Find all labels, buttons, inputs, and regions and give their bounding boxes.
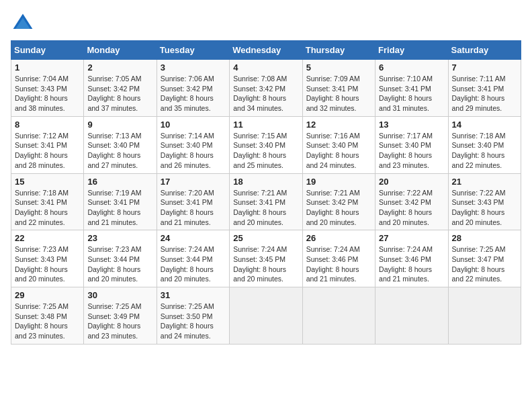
day-number: 29 xyxy=(15,290,80,300)
calendar-week-4: 22 Sunrise: 7:23 AM Sunset: 3:43 PM Dayl… xyxy=(11,230,521,287)
day-info: Sunrise: 7:25 AM Sunset: 3:48 PM Dayligh… xyxy=(15,302,69,340)
calendar-cell: 23 Sunrise: 7:23 AM Sunset: 3:44 PM Dayl… xyxy=(84,230,157,287)
calendar-cell: 4 Sunrise: 7:08 AM Sunset: 3:42 PM Dayli… xyxy=(230,60,302,117)
day-info: Sunrise: 7:08 AM Sunset: 3:42 PM Dayligh… xyxy=(233,75,287,112)
calendar-cell: 10 Sunrise: 7:14 AM Sunset: 3:40 PM Dayl… xyxy=(157,116,229,173)
calendar-cell: 18 Sunrise: 7:21 AM Sunset: 3:41 PM Dayl… xyxy=(230,173,302,230)
day-info: Sunrise: 7:13 AM Sunset: 3:40 PM Dayligh… xyxy=(87,132,141,169)
calendar-cell: 19 Sunrise: 7:21 AM Sunset: 3:42 PM Dayl… xyxy=(302,173,375,230)
day-info: Sunrise: 7:22 AM Sunset: 3:43 PM Dayligh… xyxy=(452,189,506,226)
calendar-cell: 29 Sunrise: 7:25 AM Sunset: 3:48 PM Dayl… xyxy=(11,287,84,345)
calendar-cell: 11 Sunrise: 7:15 AM Sunset: 3:40 PM Dayl… xyxy=(230,116,302,173)
logo-icon xyxy=(11,11,35,35)
day-number: 28 xyxy=(452,233,517,243)
calendar-cell: 30 Sunrise: 7:25 AM Sunset: 3:49 PM Dayl… xyxy=(84,287,157,345)
calendar-cell: 16 Sunrise: 7:19 AM Sunset: 3:41 PM Dayl… xyxy=(84,173,157,230)
calendar-header: SundayMondayTuesdayWednesdayThursdayFrid… xyxy=(11,41,521,60)
day-number: 3 xyxy=(161,62,226,73)
calendar-table: SundayMondayTuesdayWednesdayThursdayFrid… xyxy=(11,40,521,345)
calendar-cell: 8 Sunrise: 7:12 AM Sunset: 3:41 PM Dayli… xyxy=(11,116,84,173)
calendar-cell xyxy=(302,287,375,345)
day-number: 21 xyxy=(452,177,517,187)
weekday-header-saturday: Saturday xyxy=(448,41,521,60)
day-info: Sunrise: 7:12 AM Sunset: 3:41 PM Dayligh… xyxy=(15,132,69,169)
weekday-header-thursday: Thursday xyxy=(302,41,375,60)
day-info: Sunrise: 7:24 AM Sunset: 3:46 PM Dayligh… xyxy=(306,245,360,283)
day-info: Sunrise: 7:24 AM Sunset: 3:46 PM Dayligh… xyxy=(379,245,433,283)
day-info: Sunrise: 7:25 AM Sunset: 3:47 PM Dayligh… xyxy=(452,245,506,283)
day-number: 23 xyxy=(87,233,152,243)
calendar-cell: 26 Sunrise: 7:24 AM Sunset: 3:46 PM Dayl… xyxy=(302,230,375,287)
calendar-cell: 24 Sunrise: 7:24 AM Sunset: 3:44 PM Dayl… xyxy=(157,230,229,287)
weekday-header-wednesday: Wednesday xyxy=(230,41,302,60)
calendar-cell: 12 Sunrise: 7:16 AM Sunset: 3:40 PM Dayl… xyxy=(302,116,375,173)
day-number: 22 xyxy=(15,233,80,243)
day-info: Sunrise: 7:22 AM Sunset: 3:42 PM Dayligh… xyxy=(379,189,433,226)
day-number: 9 xyxy=(87,120,152,130)
day-number: 14 xyxy=(452,120,517,130)
day-number: 7 xyxy=(452,62,517,73)
day-number: 24 xyxy=(161,233,226,243)
day-number: 11 xyxy=(233,120,298,130)
calendar-week-1: 1 Sunrise: 7:04 AM Sunset: 3:43 PM Dayli… xyxy=(11,60,521,117)
calendar-cell: 7 Sunrise: 7:11 AM Sunset: 3:41 PM Dayli… xyxy=(448,60,521,117)
day-info: Sunrise: 7:21 AM Sunset: 3:41 PM Dayligh… xyxy=(233,189,287,226)
day-info: Sunrise: 7:06 AM Sunset: 3:42 PM Dayligh… xyxy=(161,75,214,112)
calendar-week-3: 15 Sunrise: 7:18 AM Sunset: 3:41 PM Dayl… xyxy=(11,173,521,230)
day-info: Sunrise: 7:04 AM Sunset: 3:43 PM Dayligh… xyxy=(15,75,69,112)
day-number: 18 xyxy=(233,177,298,187)
weekday-header-sunday: Sunday xyxy=(11,41,84,60)
calendar-cell: 20 Sunrise: 7:22 AM Sunset: 3:42 PM Dayl… xyxy=(375,173,448,230)
day-info: Sunrise: 7:18 AM Sunset: 3:41 PM Dayligh… xyxy=(15,189,69,226)
day-info: Sunrise: 7:09 AM Sunset: 3:41 PM Dayligh… xyxy=(306,75,360,112)
calendar-week-2: 8 Sunrise: 7:12 AM Sunset: 3:41 PM Dayli… xyxy=(11,116,521,173)
day-number: 10 xyxy=(161,120,226,130)
calendar-cell: 2 Sunrise: 7:05 AM Sunset: 3:42 PM Dayli… xyxy=(84,60,157,117)
calendar-cell: 6 Sunrise: 7:10 AM Sunset: 3:41 PM Dayli… xyxy=(375,60,448,117)
calendar-cell: 15 Sunrise: 7:18 AM Sunset: 3:41 PM Dayl… xyxy=(11,173,84,230)
day-number: 4 xyxy=(233,62,298,73)
day-number: 25 xyxy=(233,233,298,243)
day-info: Sunrise: 7:25 AM Sunset: 3:50 PM Dayligh… xyxy=(161,302,214,340)
day-number: 30 xyxy=(87,290,152,300)
day-number: 6 xyxy=(379,62,444,73)
calendar-cell: 13 Sunrise: 7:17 AM Sunset: 3:40 PM Dayl… xyxy=(375,116,448,173)
day-number: 16 xyxy=(87,177,152,187)
day-info: Sunrise: 7:05 AM Sunset: 3:42 PM Dayligh… xyxy=(87,75,141,112)
day-info: Sunrise: 7:25 AM Sunset: 3:49 PM Dayligh… xyxy=(87,302,141,340)
day-number: 1 xyxy=(15,62,80,73)
day-info: Sunrise: 7:15 AM Sunset: 3:40 PM Dayligh… xyxy=(233,132,287,169)
page-header xyxy=(11,11,521,35)
calendar-cell: 22 Sunrise: 7:23 AM Sunset: 3:43 PM Dayl… xyxy=(11,230,84,287)
calendar-cell: 17 Sunrise: 7:20 AM Sunset: 3:41 PM Dayl… xyxy=(157,173,229,230)
weekday-row: SundayMondayTuesdayWednesdayThursdayFrid… xyxy=(11,41,521,60)
weekday-header-tuesday: Tuesday xyxy=(157,41,229,60)
day-info: Sunrise: 7:23 AM Sunset: 3:43 PM Dayligh… xyxy=(15,245,69,283)
day-info: Sunrise: 7:24 AM Sunset: 3:44 PM Dayligh… xyxy=(161,245,214,283)
calendar-cell: 31 Sunrise: 7:25 AM Sunset: 3:50 PM Dayl… xyxy=(157,287,229,345)
day-info: Sunrise: 7:20 AM Sunset: 3:41 PM Dayligh… xyxy=(161,189,214,226)
calendar-body: 1 Sunrise: 7:04 AM Sunset: 3:43 PM Dayli… xyxy=(11,60,521,345)
calendar-cell: 9 Sunrise: 7:13 AM Sunset: 3:40 PM Dayli… xyxy=(84,116,157,173)
calendar-cell: 28 Sunrise: 7:25 AM Sunset: 3:47 PM Dayl… xyxy=(448,230,521,287)
day-info: Sunrise: 7:16 AM Sunset: 3:40 PM Dayligh… xyxy=(306,132,360,169)
day-info: Sunrise: 7:24 AM Sunset: 3:45 PM Dayligh… xyxy=(233,245,287,283)
calendar-cell: 14 Sunrise: 7:18 AM Sunset: 3:40 PM Dayl… xyxy=(448,116,521,173)
calendar-cell: 3 Sunrise: 7:06 AM Sunset: 3:42 PM Dayli… xyxy=(157,60,229,117)
day-number: 17 xyxy=(161,177,226,187)
calendar-cell: 5 Sunrise: 7:09 AM Sunset: 3:41 PM Dayli… xyxy=(302,60,375,117)
day-number: 26 xyxy=(306,233,371,243)
day-number: 20 xyxy=(379,177,444,187)
day-number: 5 xyxy=(306,62,371,73)
day-number: 31 xyxy=(161,290,226,300)
day-info: Sunrise: 7:23 AM Sunset: 3:44 PM Dayligh… xyxy=(87,245,141,283)
calendar-cell xyxy=(375,287,448,345)
calendar-cell: 21 Sunrise: 7:22 AM Sunset: 3:43 PM Dayl… xyxy=(448,173,521,230)
day-info: Sunrise: 7:19 AM Sunset: 3:41 PM Dayligh… xyxy=(87,189,141,226)
weekday-header-friday: Friday xyxy=(375,41,448,60)
day-info: Sunrise: 7:18 AM Sunset: 3:40 PM Dayligh… xyxy=(452,132,506,169)
day-number: 19 xyxy=(306,177,371,187)
day-info: Sunrise: 7:14 AM Sunset: 3:40 PM Dayligh… xyxy=(161,132,214,169)
day-info: Sunrise: 7:21 AM Sunset: 3:42 PM Dayligh… xyxy=(306,189,360,226)
weekday-header-monday: Monday xyxy=(84,41,157,60)
